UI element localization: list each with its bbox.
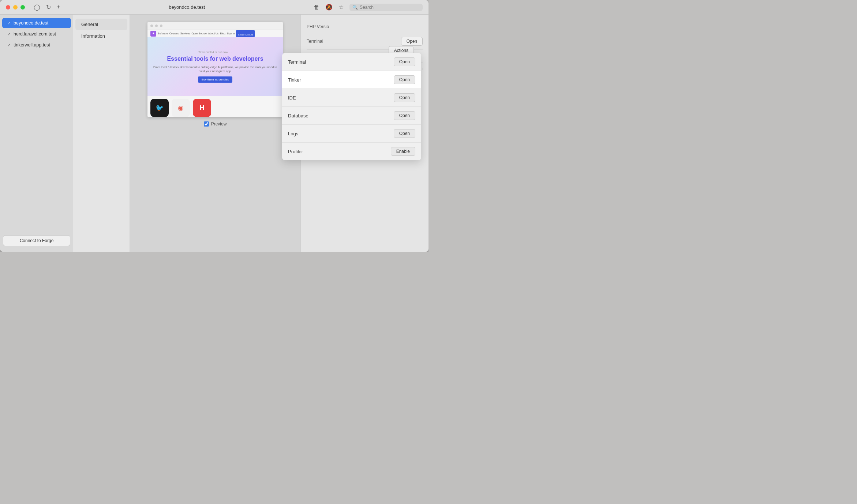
preview-app-icon-3: H	[193, 99, 211, 117]
sidebar-item-label-beyondco: beyondco.de.test	[14, 20, 48, 26]
preview-subtext: From local full stack development to cut…	[153, 65, 277, 73]
trash-icon[interactable]: 🗑	[314, 4, 319, 11]
preview-checkbox-area[interactable]: Preview	[204, 121, 227, 127]
preview-app-icon-2: ◉	[172, 99, 190, 117]
sidebar-toggle-icon[interactable]: ◯	[34, 4, 40, 11]
nav-item-general[interactable]: General	[75, 19, 127, 30]
dropdown-ide-open-button[interactable]: Open	[394, 93, 415, 102]
dropdown-row-profiler: Profiler Enable	[282, 143, 421, 160]
traffic-lights	[6, 5, 25, 10]
dropdown-row-logs: Logs Open	[282, 125, 421, 143]
sidebar-item-label-tinkerwell: tinkerwell.app.test	[14, 42, 50, 48]
info-terminal-open-button[interactable]: Open	[401, 37, 423, 46]
dropdown-row-database: Database Open	[282, 107, 421, 125]
info-label-php: PHP Versio	[307, 24, 329, 29]
dropdown-label-profiler: Profiler	[288, 149, 303, 154]
preview-topbar	[147, 22, 283, 30]
site-icon-tinkerwell: ↗	[7, 43, 11, 48]
dropdown-label-logs: Logs	[288, 131, 298, 136]
preview-dot-1	[150, 25, 153, 27]
close-button[interactable]	[6, 5, 10, 10]
info-row-php: PHP Versio	[307, 20, 423, 33]
dropdown-tinker-open-button[interactable]: Open	[394, 75, 415, 84]
app-window: ◯ ↻ + beyondco.de.test 🗑 🔕 ☆ 🔍 ↗ beyondc…	[0, 0, 428, 252]
preview-headline: Essential tools for web developers	[167, 55, 263, 63]
search-bar[interactable]: 🔍	[349, 4, 423, 11]
nav-panel: General Information	[73, 15, 130, 252]
titlebar-icons: ◯ ↻ +	[34, 4, 60, 11]
nav-item-information[interactable]: Information	[75, 30, 127, 42]
dropdown-row-tinker: Tinker Open	[282, 71, 421, 89]
search-input[interactable]	[360, 5, 420, 10]
sidebar-item-herd[interactable]: ↗ herd.laravel.com.test	[2, 29, 71, 39]
connect-to-forge-button[interactable]: Connect to Forge	[3, 235, 70, 246]
dropdown-overlay: Terminal Open Tinker Open IDE Open Datab…	[282, 53, 421, 160]
sidebar-item-label-herd: herd.laravel.com.test	[14, 31, 56, 37]
preview-checkbox-label: Preview	[211, 121, 227, 127]
titlebar-right: 🗑 🔕 ☆ 🔍	[314, 4, 423, 11]
site-icon-herd: ↗	[7, 32, 11, 37]
minimize-button[interactable]	[13, 5, 18, 10]
refresh-icon[interactable]: ↻	[46, 4, 51, 11]
dropdown-terminal-open-button[interactable]: Open	[394, 57, 415, 66]
sidebar-bottom: Connect to Forge	[0, 232, 73, 249]
dropdown-row-ide: IDE Open	[282, 89, 421, 107]
dropdown-label-tinker: Tinker	[288, 77, 301, 83]
info-label-terminal: Terminal	[307, 39, 323, 44]
dropdown-label-ide: IDE	[288, 95, 296, 101]
preview-area: ✦ Software Courses Services Open Source …	[130, 15, 300, 252]
preview-app-icon-1: 🐦	[150, 99, 169, 117]
preview-content: Tinkerwell 4 is out now. ... Essential t…	[147, 37, 283, 96]
titlebar: ◯ ↻ + beyondco.de.test 🗑 🔕 ☆ 🔍	[0, 0, 428, 15]
window-title: beyondco.de.test	[64, 4, 309, 10]
bell-icon[interactable]: 🔕	[325, 4, 333, 11]
preview-checkbox[interactable]	[204, 121, 209, 127]
maximize-button[interactable]	[20, 5, 25, 10]
dropdown-label-terminal: Terminal	[288, 59, 306, 65]
content-area: ↗ beyondco.de.test ↗ herd.laravel.com.te…	[0, 15, 428, 252]
preview-dot-3	[160, 25, 162, 27]
dropdown-label-database: Database	[288, 113, 308, 119]
dropdown-row-terminal: Terminal Open	[282, 53, 421, 71]
dropdown-database-open-button[interactable]: Open	[394, 111, 415, 120]
dropdown-profiler-enable-button[interactable]: Enable	[391, 147, 415, 156]
site-icon-beyondco: ↗	[7, 21, 11, 26]
preview-icons-row: 🐦 ◉ H	[147, 96, 283, 117]
sidebar: ↗ beyondco.de.test ↗ herd.laravel.com.te…	[0, 15, 73, 252]
dropdown-logs-open-button[interactable]: Open	[394, 129, 415, 138]
preview-dot-2	[155, 25, 158, 27]
search-icon: 🔍	[352, 5, 358, 10]
sidebar-item-tinkerwell[interactable]: ↗ tinkerwell.app.test	[2, 40, 71, 50]
preview-cta-button: Buy them as bundles	[198, 76, 233, 83]
preview-frame: ✦ Software Courses Services Open Source …	[147, 22, 283, 117]
star-icon[interactable]: ☆	[338, 4, 344, 11]
new-tab-icon[interactable]: +	[57, 4, 60, 11]
sidebar-item-beyondco[interactable]: ↗ beyondco.de.test	[2, 18, 71, 28]
